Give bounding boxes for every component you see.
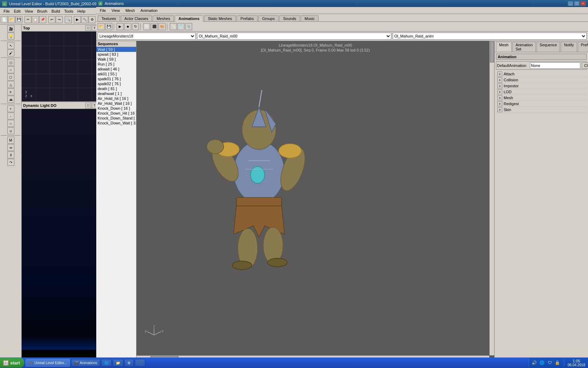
task-browser[interactable]: 🌐 (101, 359, 112, 367)
section-attach[interactable]: + Attach (496, 71, 587, 77)
anim-tb-skin[interactable]: 👕 (177, 23, 184, 30)
prop-tab-mesh[interactable]: Mesh (496, 42, 512, 52)
menu-build[interactable]: Build (49, 8, 62, 14)
anim-tb-wire[interactable]: ⬜ (143, 23, 150, 30)
task-ue[interactable]: 🎮 Unreal Level Editor... (26, 359, 70, 367)
tool-intersect[interactable]: ∩ (7, 120, 14, 127)
anim-max-btn[interactable]: □ (574, 1, 580, 6)
seq-item-1[interactable]: spwait [ 83 ] (96, 52, 136, 57)
sys-icon-antivirus[interactable]: 🔒 (555, 360, 560, 366)
dl-maximize[interactable]: □ (85, 103, 91, 108)
anim-tb-loop[interactable]: ↻ (132, 23, 139, 30)
menu-edit[interactable]: Edit (12, 8, 23, 14)
tb-save[interactable]: 💾 (15, 16, 22, 23)
seq-item-14[interactable]: Knock_Down_Stand [ 16 ] (96, 116, 136, 121)
tab-prefabs[interactable]: Prefabs (237, 15, 258, 21)
task-anim[interactable]: 🎬 Animations (71, 359, 100, 367)
mesh-expand[interactable]: + (497, 95, 502, 100)
anim-tb-play[interactable]: ▶ (117, 23, 124, 30)
tool-cone[interactable]: △ (7, 81, 14, 88)
tool-cylinder[interactable]: ⬡ (7, 74, 14, 81)
vp-vscrollbar[interactable] (489, 41, 494, 355)
tab-sounds[interactable]: Sounds (279, 15, 300, 21)
anim-tb-bone[interactable]: 🦴 (170, 23, 177, 30)
mesh-select[interactable]: Ol_Mahum_Raid_m00 (197, 33, 391, 40)
tool-light[interactable]: 💡 (7, 33, 14, 40)
anim-tb-texture[interactable]: 🎨 (159, 23, 166, 30)
prop-tab-animset[interactable]: Animation Set (512, 42, 536, 52)
menu-tools[interactable]: Tools (62, 8, 76, 14)
tab-static-meshes[interactable]: Static Meshes (204, 15, 236, 21)
seq-item-8[interactable]: death [ 81 ] (96, 86, 136, 91)
menu-view[interactable]: View (23, 8, 35, 14)
redigest-expand[interactable]: + (497, 101, 502, 106)
seq-item-13[interactable]: Knock_Down_Hit [ 16 ] (96, 111, 136, 116)
tool-add[interactable]: + (7, 105, 14, 112)
section-skin[interactable]: + Skin (496, 107, 587, 113)
prop-tab-prefs[interactable]: Prefs (578, 42, 588, 52)
anim-menu-view[interactable]: View (110, 8, 122, 13)
tool-flipy[interactable]: ⇕ (7, 151, 14, 158)
systray-clock[interactable]: 1:05 06.04.2018 (568, 359, 585, 367)
anim-menu-file[interactable]: File (98, 8, 108, 13)
clear-btn[interactable]: Clear (582, 62, 588, 69)
seq-item-10[interactable]: Air_Hold_hit [ 16 ] (96, 96, 136, 101)
collision-expand[interactable]: + (497, 77, 502, 82)
anim-tb-stop[interactable]: ■ (124, 23, 131, 30)
anim-close-btn[interactable]: × (580, 1, 586, 6)
tool-cube[interactable]: ◻ (7, 59, 14, 66)
mesh-package-select[interactable]: LineageMonsters18 (98, 33, 196, 40)
anim-tb-attach[interactable]: 📎 (185, 23, 192, 30)
tool-terrain[interactable]: ⛰ (7, 96, 14, 103)
tab-meshes[interactable]: Meshes (153, 15, 174, 21)
tb-new[interactable]: 📄 (1, 16, 8, 23)
tb-paste[interactable]: 📌 (39, 16, 46, 23)
tb-copy[interactable]: 📋 (32, 16, 39, 23)
anim-select[interactable]: Ol_Mahum_Raid_anim (393, 33, 587, 40)
task-settings[interactable]: ⚙ (124, 359, 134, 367)
seq-item-7[interactable]: spatk02 [ 76 ] (96, 81, 136, 86)
sys-icon-shield[interactable]: 🛡 (547, 360, 553, 366)
prop-tab-notify[interactable]: Notify (561, 42, 577, 52)
tab-music[interactable]: Music (301, 15, 318, 21)
tool-sphere[interactable]: ○ (7, 66, 14, 73)
tab-actor-classes[interactable]: Actor Classes (121, 15, 152, 21)
seq-item-15[interactable]: Knock_Down_Wait [ 31 ] (96, 121, 136, 125)
seq-item-9[interactable]: deathwait [ 1 ] (96, 91, 136, 96)
tool-stairs[interactable]: ≡ (7, 88, 14, 95)
section-impostor[interactable]: + Impostor (496, 83, 587, 89)
seq-item-12[interactable]: Knock_Down [ 16 ] (96, 106, 136, 111)
section-mesh[interactable]: + Mesh (496, 95, 587, 101)
section-collision[interactable]: + Collision (496, 77, 587, 83)
tool-brush[interactable]: 🖌 (7, 49, 14, 56)
anim-tb-solid[interactable]: ⬛ (151, 23, 158, 30)
seq-item-2[interactable]: Walk [ 59 ] (96, 57, 136, 62)
lod-expand[interactable]: + (497, 89, 502, 94)
tb-undo[interactable]: ↩ (48, 16, 55, 23)
menu-help[interactable]: Help (75, 8, 88, 14)
sys-icon-network[interactable]: 🌐 (539, 360, 545, 366)
seq-item-11[interactable]: Air_Hold_Wait [ 16 ] (96, 101, 136, 106)
tb-redo[interactable]: ↪ (56, 16, 63, 23)
tb-cut[interactable]: ✂ (24, 16, 31, 23)
anim-menu-animation[interactable]: Animation (138, 8, 160, 13)
seq-item-4[interactable]: atkwait [ 46 ] (96, 67, 136, 71)
menu-brush[interactable]: Brush (35, 8, 49, 14)
tool-camera[interactable]: 🎥 (7, 25, 14, 32)
menu-file[interactable]: File (1, 8, 12, 14)
default-anim-input[interactable] (530, 62, 580, 69)
tab-animations[interactable]: Animations (175, 15, 203, 22)
anim-min-btn[interactable]: _ (568, 1, 573, 6)
tb-search[interactable]: 🔍 (65, 16, 72, 23)
sys-icon-sound[interactable]: 🔊 (532, 360, 537, 366)
tool-rotate90[interactable]: ↷ (7, 159, 14, 166)
anim-tb-save[interactable]: 💾 (105, 23, 112, 30)
impostor-expand[interactable]: + (497, 83, 502, 88)
vp-vscroll-thumb[interactable] (490, 41, 494, 62)
sequences-list[interactable]: Wait [ 59 ] spwait [ 83 ] Walk [ 59 ] Ru… (96, 47, 136, 360)
tool-flipx[interactable]: ⇔ (7, 144, 14, 151)
tb-settings[interactable]: ⚙ (89, 16, 96, 23)
section-lod[interactable]: + LOD (496, 89, 587, 95)
tab-groups[interactable]: Groups (258, 15, 279, 21)
seq-item-3[interactable]: Run [ 25 ] (96, 62, 136, 67)
